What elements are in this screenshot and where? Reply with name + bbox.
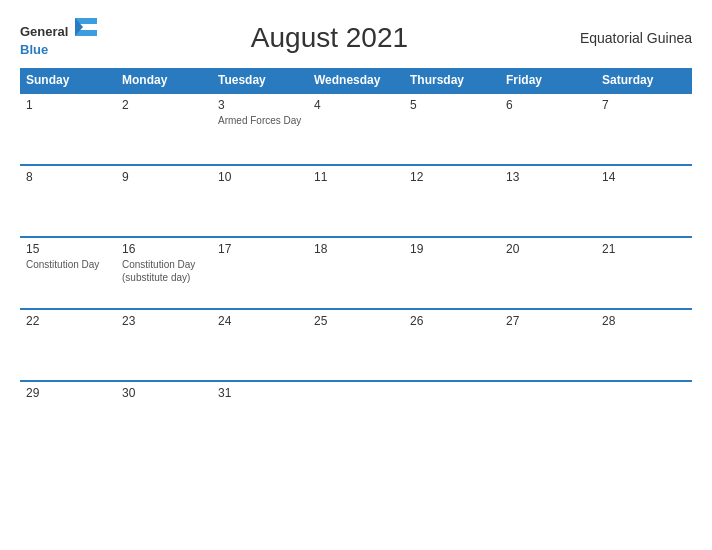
day-number: 26 — [410, 314, 494, 328]
calendar-cell: 16Constitution Day (substitute day) — [116, 237, 212, 309]
calendar-cell: 28 — [596, 309, 692, 381]
day-number: 9 — [122, 170, 206, 184]
day-number: 21 — [602, 242, 686, 256]
day-number: 31 — [218, 386, 302, 400]
day-number: 29 — [26, 386, 110, 400]
calendar-cell: 11 — [308, 165, 404, 237]
weekday-header-monday: Monday — [116, 68, 212, 93]
calendar-cell: 6 — [500, 93, 596, 165]
day-number: 8 — [26, 170, 110, 184]
day-number: 24 — [218, 314, 302, 328]
calendar-cell: 25 — [308, 309, 404, 381]
day-number: 11 — [314, 170, 398, 184]
day-number: 17 — [218, 242, 302, 256]
day-number: 12 — [410, 170, 494, 184]
logo-flag-icon — [75, 18, 97, 36]
day-number: 10 — [218, 170, 302, 184]
calendar-cell — [308, 381, 404, 453]
day-number: 7 — [602, 98, 686, 112]
calendar-cell: 31 — [212, 381, 308, 453]
calendar-cell: 26 — [404, 309, 500, 381]
calendar-cell: 24 — [212, 309, 308, 381]
calendar-cell: 10 — [212, 165, 308, 237]
calendar-week-row: 123Armed Forces Day4567 — [20, 93, 692, 165]
calendar-page: General Blue August 2021 Equatorial Guin… — [0, 0, 712, 550]
calendar-cell: 27 — [500, 309, 596, 381]
day-number: 20 — [506, 242, 590, 256]
day-number: 3 — [218, 98, 302, 112]
holiday-name: Constitution Day — [26, 258, 110, 271]
day-number: 19 — [410, 242, 494, 256]
weekday-header-tuesday: Tuesday — [212, 68, 308, 93]
day-number: 2 — [122, 98, 206, 112]
calendar-cell: 3Armed Forces Day — [212, 93, 308, 165]
day-number: 18 — [314, 242, 398, 256]
calendar-cell: 5 — [404, 93, 500, 165]
calendar-cell: 12 — [404, 165, 500, 237]
calendar-cell: 20 — [500, 237, 596, 309]
day-number: 27 — [506, 314, 590, 328]
calendar-cell: 23 — [116, 309, 212, 381]
calendar-cell: 1 — [20, 93, 116, 165]
calendar-week-row: 15Constitution Day16Constitution Day (su… — [20, 237, 692, 309]
day-number: 14 — [602, 170, 686, 184]
calendar-cell — [404, 381, 500, 453]
weekday-header-friday: Friday — [500, 68, 596, 93]
day-number: 4 — [314, 98, 398, 112]
holiday-name: Constitution Day (substitute day) — [122, 258, 206, 284]
calendar-cell: 9 — [116, 165, 212, 237]
day-number: 1 — [26, 98, 110, 112]
calendar-cell: 17 — [212, 237, 308, 309]
weekday-header-saturday: Saturday — [596, 68, 692, 93]
calendar-title: August 2021 — [97, 22, 562, 54]
day-number: 16 — [122, 242, 206, 256]
day-number: 30 — [122, 386, 206, 400]
calendar-cell: 15Constitution Day — [20, 237, 116, 309]
calendar-cell: 29 — [20, 381, 116, 453]
day-number: 22 — [26, 314, 110, 328]
day-number: 6 — [506, 98, 590, 112]
logo-text-general: General — [20, 24, 68, 39]
weekday-header-row: SundayMondayTuesdayWednesdayThursdayFrid… — [20, 68, 692, 93]
calendar-cell: 21 — [596, 237, 692, 309]
day-number: 15 — [26, 242, 110, 256]
weekday-header-wednesday: Wednesday — [308, 68, 404, 93]
calendar-cell: 22 — [20, 309, 116, 381]
calendar-cell — [596, 381, 692, 453]
day-number: 28 — [602, 314, 686, 328]
calendar-cell: 30 — [116, 381, 212, 453]
day-number: 5 — [410, 98, 494, 112]
calendar-cell: 2 — [116, 93, 212, 165]
calendar-table: SundayMondayTuesdayWednesdayThursdayFrid… — [20, 68, 692, 453]
calendar-header: General Blue August 2021 Equatorial Guin… — [20, 18, 692, 58]
logo: General Blue — [20, 18, 97, 58]
calendar-cell: 8 — [20, 165, 116, 237]
calendar-week-row: 293031 — [20, 381, 692, 453]
holiday-name: Armed Forces Day — [218, 114, 302, 127]
calendar-cell: 18 — [308, 237, 404, 309]
day-number: 25 — [314, 314, 398, 328]
calendar-cell: 13 — [500, 165, 596, 237]
calendar-cell: 14 — [596, 165, 692, 237]
country-name: Equatorial Guinea — [562, 30, 692, 46]
calendar-cell — [500, 381, 596, 453]
weekday-header-thursday: Thursday — [404, 68, 500, 93]
logo-text-blue: Blue — [20, 42, 48, 57]
calendar-week-row: 891011121314 — [20, 165, 692, 237]
calendar-week-row: 22232425262728 — [20, 309, 692, 381]
calendar-cell: 4 — [308, 93, 404, 165]
day-number: 13 — [506, 170, 590, 184]
weekday-header-sunday: Sunday — [20, 68, 116, 93]
calendar-cell: 19 — [404, 237, 500, 309]
day-number: 23 — [122, 314, 206, 328]
calendar-cell: 7 — [596, 93, 692, 165]
